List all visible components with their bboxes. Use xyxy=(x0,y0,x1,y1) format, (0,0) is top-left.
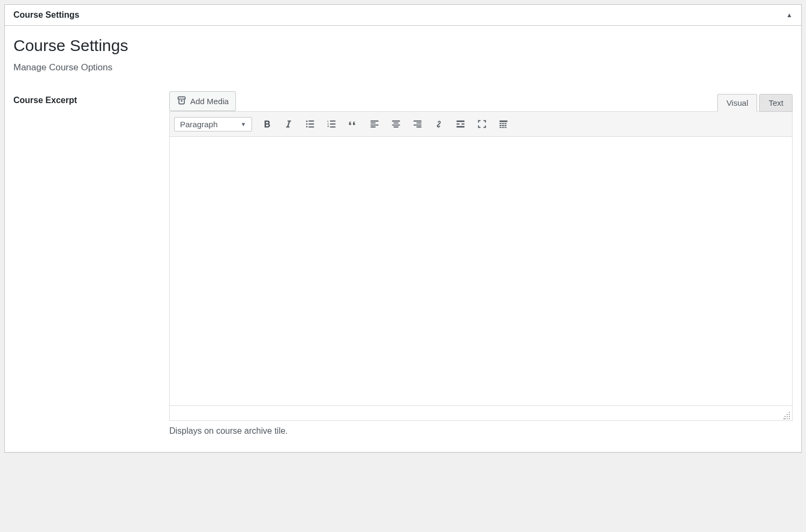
caret-down-icon: ▼ xyxy=(241,121,246,127)
align-center-button[interactable] xyxy=(386,115,406,133)
read-more-button[interactable] xyxy=(451,115,470,133)
section-subtitle: Manage Course Options xyxy=(13,62,793,73)
editor-top-bar: Add Media Visual Text xyxy=(169,91,793,111)
tab-visual[interactable]: Visual xyxy=(717,94,758,112)
metabox-title: Course Settings xyxy=(13,10,80,20)
editor-statusbar xyxy=(170,405,792,420)
format-select[interactable]: Paragraph ▼ xyxy=(174,117,252,132)
fullscreen-button[interactable] xyxy=(472,115,492,133)
editor-content-area[interactable] xyxy=(170,137,792,405)
field-label: Course Excerpt xyxy=(13,91,169,105)
align-left-button[interactable] xyxy=(365,115,384,133)
numbered-list-button[interactable] xyxy=(322,115,341,133)
italic-button[interactable] xyxy=(279,115,298,133)
bullet-list-button[interactable] xyxy=(300,115,320,133)
field-content: Add Media Visual Text Paragraph ▼ xyxy=(169,91,793,436)
field-help: Displays on course archive tile. xyxy=(169,426,793,436)
course-settings-metabox: Course Settings ▲ Course Settings Manage… xyxy=(4,4,802,453)
section-title: Course Settings xyxy=(13,37,793,55)
metabox-body: Course Settings Manage Course Options Co… xyxy=(5,26,801,452)
tab-text[interactable]: Text xyxy=(759,94,793,112)
blockquote-button[interactable] xyxy=(343,115,363,133)
collapse-toggle-icon[interactable]: ▲ xyxy=(786,11,793,19)
editor-toolbar: Paragraph ▼ xyxy=(170,112,792,137)
editor-wrap: Paragraph ▼ xyxy=(169,111,793,421)
format-selected-label: Paragraph xyxy=(180,120,218,129)
metabox-header[interactable]: Course Settings ▲ xyxy=(5,5,801,26)
link-button[interactable] xyxy=(429,115,449,133)
course-excerpt-field: Course Excerpt Add Media Visual Text xyxy=(13,91,793,436)
editor-tabs: Visual Text xyxy=(717,93,793,111)
media-icon xyxy=(176,95,187,107)
bold-button[interactable] xyxy=(257,115,277,133)
align-right-button[interactable] xyxy=(408,115,427,133)
add-media-label: Add Media xyxy=(190,97,229,106)
add-media-button[interactable]: Add Media xyxy=(169,91,236,111)
resize-handle[interactable] xyxy=(783,412,791,419)
toolbar-toggle-button[interactable] xyxy=(494,115,513,133)
